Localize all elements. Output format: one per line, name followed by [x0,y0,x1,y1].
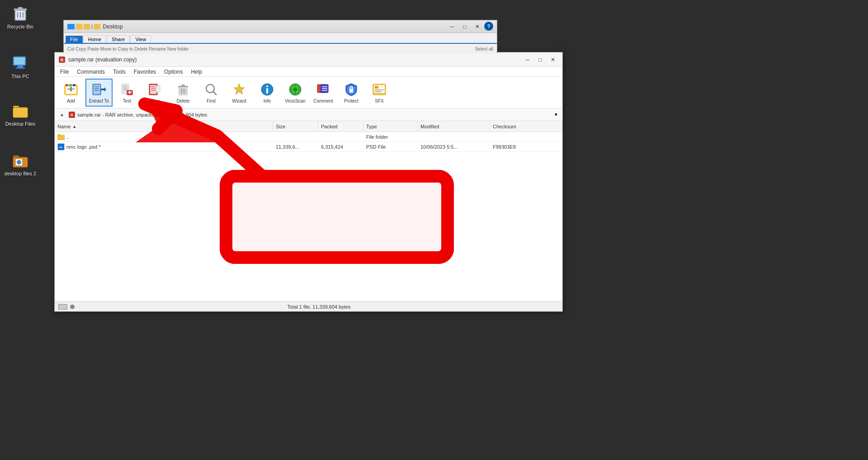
toolbar-btn-delete[interactable]: Delete [170,79,197,107]
toolbar-btn-add[interactable]: Add [57,79,85,107]
comment-icon [315,81,331,98]
menu-help[interactable]: Help [187,68,206,76]
statusbar-icons [58,304,75,310]
desktop-files-icon [11,101,29,119]
col-size-label: Size [276,124,285,129]
winrar-maximize-btn[interactable]: □ [534,55,546,65]
svg-rect-46 [181,84,185,86]
winrar-close-btn[interactable]: ✕ [547,55,559,65]
desktop-icon-desktop-files-2[interactable]: desktop files 2 [2,149,38,178]
svg-rect-12 [13,108,28,117]
menu-options[interactable]: Options [160,68,186,76]
fe-ribbon-placeholder: Cut Copy Paste Move to Copy to Delete Re… [67,47,189,52]
svg-rect-72 [375,91,381,92]
psd-file-icon: Ps [57,143,65,150]
winrar-nav-controls: ▲ [57,110,66,119]
file-type-cell-1: PSD File [363,144,418,150]
col-name[interactable]: Name ▲ [55,121,273,131]
menu-file[interactable]: File [57,68,72,76]
svg-rect-9 [14,57,25,65]
statusbar-icon-1 [58,304,67,310]
btn-sfx-label: SFX [375,99,383,103]
winrar-toolbar: Add Extract To [55,77,562,108]
svg-rect-21 [70,87,72,91]
fe-close-btn[interactable]: ✕ [472,22,483,32]
fe-select-all: Select all [475,47,493,52]
fe-maximize-btn[interactable]: □ [459,22,471,32]
svg-rect-11 [16,67,25,69]
svg-marker-30 [101,87,106,92]
svg-rect-56 [266,88,268,94]
toolbar-btn-extract-to[interactable]: Extract To [85,79,113,107]
fe-back-icon [67,24,75,29]
menu-favorites[interactable]: Favorites [130,68,160,76]
svg-rect-40 [156,86,160,92]
menu-tools[interactable]: Tools [109,68,129,76]
wizard-icon [231,81,247,98]
fe-separator: | [91,24,93,29]
svg-text:Ps: Ps [60,146,62,149]
svg-rect-39 [150,85,156,94]
toolbar-btn-view[interactable]: View [142,79,169,107]
btn-delete-label: Delete [177,99,190,103]
fe-tab-home[interactable]: Home [83,35,106,43]
toolbar-btn-test[interactable]: Test [113,79,141,107]
file-name-psd: nmc logo .psd * [66,144,101,150]
toolbar-btn-virusscan[interactable]: VirusScan [282,79,309,107]
desktop-files-2-icon [11,151,29,169]
fe-help-btn[interactable]: ? [484,22,493,31]
svg-rect-70 [375,86,378,89]
col-checksum[interactable]: Checksum [490,121,562,131]
desktop-files-2-label: desktop files 2 [5,171,36,176]
winrar-minimize-btn[interactable]: ─ [522,55,533,65]
virusscan-icon [287,81,303,98]
fe-tab-view[interactable]: View [130,35,151,43]
col-size[interactable]: Size [273,121,318,131]
table-row[interactable]: .. File folder [55,132,562,142]
svg-rect-67 [349,89,353,93]
file-explorer-title: Desktop [103,23,123,30]
file-name-cell: .. [55,134,273,140]
file-explorer-window: | Desktop ─ □ ✕ ? File Home Share View C… [63,20,497,53]
extract-to-icon [91,81,107,98]
toolbar-btn-wizard[interactable]: Wizard [226,79,253,107]
col-packed[interactable]: Packed [318,121,363,131]
desktop-icon-recycle-bin[interactable]: Recycle Bin [2,2,38,31]
col-type[interactable]: Type [363,121,418,131]
sort-indicator: ▲ [72,124,76,129]
col-modified[interactable]: Modified [418,121,490,131]
toolbar-btn-protect[interactable]: Protect [338,79,365,107]
btn-find-label: Find [207,99,215,103]
folder-icon [57,134,65,140]
fe-tab-file[interactable]: File [66,36,83,43]
desktop-icon-this-pc[interactable]: This PC [2,52,38,81]
svg-rect-23 [69,84,72,86]
winrar-title: sample.rar (evaluation copy) [68,56,137,63]
fe-window-controls: ─ □ ✕ ? [446,22,493,32]
btn-protect-label: Protect [344,99,359,103]
winrar-statusbar: Total 1 file, 11,339,604 bytes [55,301,562,311]
svg-rect-26 [94,85,100,94]
toolbar-btn-info[interactable]: Info [254,79,281,107]
btn-extract-to-label: Extract To [89,99,109,103]
winrar-up-btn[interactable]: ▲ [57,110,66,119]
fe-tab-share[interactable]: Share [107,35,130,43]
btn-wizard-label: Wizard [232,99,246,103]
desktop-icon-desktop-files[interactable]: Desktop Files [2,99,38,128]
svg-text:R: R [71,113,73,117]
table-row[interactable]: Ps nmc logo .psd * 11,339,6... 6,315,424… [55,142,562,152]
svg-rect-7 [15,9,26,20]
sfx-icon [371,81,387,98]
toolbar-btn-sfx[interactable]: SFX [366,79,393,107]
fe-minimize-btn[interactable]: ─ [446,22,458,32]
winrar-addr-dropdown-btn[interactable]: ▼ [552,111,560,118]
toolbar-btn-comment[interactable]: Comment [310,79,337,107]
col-packed-label: Packed [321,124,338,129]
btn-test-label: Test [123,99,131,103]
btn-view-label: View [150,99,160,103]
btn-add-label: Add [67,99,75,103]
file-checksum-cell-1: F99303E8 [490,144,562,150]
btn-info-label: Info [264,99,271,103]
toolbar-btn-find[interactable]: Find [198,79,225,107]
menu-commands[interactable]: Commands [73,68,108,76]
